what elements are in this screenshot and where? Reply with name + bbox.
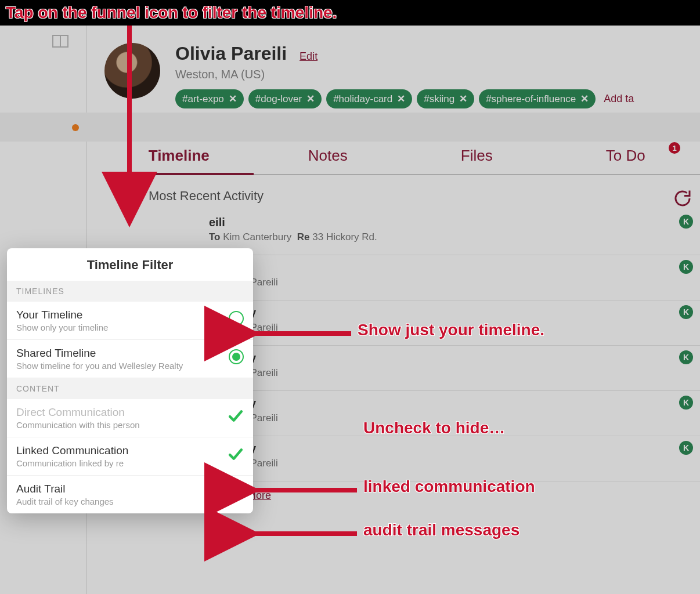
row-title: nterbury <box>209 352 700 365</box>
check-icon <box>228 410 244 422</box>
contact-location: Weston, MA (US) <box>175 68 634 81</box>
option-title: Shared Timeline <box>16 347 183 360</box>
funnel-icon[interactable] <box>121 188 138 204</box>
row-subtitle: To Olivia Pareili <box>209 277 700 288</box>
top-black-bar <box>0 0 700 26</box>
filter-option-your-timeline[interactable]: Your Timeline Show only your timeline <box>7 302 253 340</box>
option-desc: Show only your timeline <box>16 323 108 332</box>
timeline-list: eili To Kim Canterbury Re 33 Hickory Rd.… <box>209 210 700 502</box>
tab-files[interactable]: Files <box>402 141 551 174</box>
option-title: Linked Communication <box>16 444 128 457</box>
row-title: eili <box>209 216 700 229</box>
filter-option-direct-communication: Direct Communication Communication with … <box>7 399 253 437</box>
contact-header: Olivia Pareili Edit Weston, MA (US) #art… <box>104 43 700 108</box>
tab-todo-label: To Do <box>606 147 645 164</box>
row-title: erbury <box>209 261 700 274</box>
row-badge: K <box>679 396 693 410</box>
filter-label: Most Recent Activity <box>149 189 264 204</box>
refresh-icon[interactable] <box>672 188 693 209</box>
row-subtitle: To Olivia Pareili <box>209 458 700 469</box>
tag-remove-icon[interactable]: ✕ <box>459 93 467 105</box>
tag[interactable]: #art-expo✕ <box>175 89 244 108</box>
tag-remove-icon[interactable]: ✕ <box>229 93 237 105</box>
tag-label: #skiing <box>424 93 454 105</box>
layout-toggle-icon[interactable] <box>52 35 68 48</box>
row-subtitle: To Olivia Pareili <box>209 322 700 334</box>
radio-unselected-icon[interactable] <box>229 311 244 326</box>
tab-todo[interactable]: To Do 1 <box>551 141 701 174</box>
timeline-filter-popover: Timeline Filter TIMELINES Your Timeline … <box>7 248 253 513</box>
popover-title: Timeline Filter <box>7 248 253 281</box>
timeline-row[interactable]: erbury To Olivia Pareili K <box>209 255 700 300</box>
tab-bar: Timeline Notes Files To Do 1 <box>104 141 700 175</box>
option-title: Direct Communication <box>16 406 140 419</box>
filter-option-shared-timeline[interactable]: Shared Timeline Show timeline for you an… <box>7 340 253 378</box>
filter-option-audit-trail[interactable]: Audit Trail Audit trail of key changes <box>7 476 253 513</box>
row-badge: K <box>679 350 693 364</box>
option-title: Audit Trail <box>16 483 114 495</box>
add-tag-link[interactable]: Add ta <box>604 93 634 105</box>
tag[interactable]: #skiing✕ <box>417 89 474 108</box>
tag-label: #sphere-of-influence <box>486 93 576 105</box>
row-title: nterbury <box>209 306 700 320</box>
tag-label: #holiday-card <box>333 93 392 105</box>
tag-remove-icon[interactable]: ✕ <box>580 93 589 105</box>
timeline-row[interactable]: nterbury To Olivia Pareili K <box>209 391 700 436</box>
row-subtitle: To Kim Canterbury Re 33 Hickory Rd. <box>209 231 700 243</box>
tag-label: #dog-lover <box>255 93 302 105</box>
option-desc: Audit trail of key changes <box>16 497 114 506</box>
option-desc: Show timeline for you and Wellesley Real… <box>16 361 183 371</box>
edit-link[interactable]: Edit <box>300 50 317 63</box>
row-subtitle: To Olivia Pareili <box>209 412 700 424</box>
contact-name: Olivia Pareili <box>175 43 287 64</box>
timeline-row[interactable]: nterbury To Olivia Pareili K <box>209 436 700 481</box>
option-desc: Communication with this person <box>16 420 140 430</box>
check-icon[interactable] <box>228 448 244 461</box>
radio-selected-icon[interactable] <box>229 349 244 364</box>
tab-notes[interactable]: Notes <box>254 141 403 174</box>
sidebar-status-dot <box>72 124 79 131</box>
timeline-row[interactable]: nterbury To Olivia Pareili K <box>209 300 700 346</box>
row-title: nterbury <box>209 397 700 410</box>
row-title: nterbury <box>209 442 700 455</box>
tag[interactable]: #sphere-of-influence✕ <box>479 89 596 108</box>
tab-timeline[interactable]: Timeline <box>104 141 254 174</box>
filter-row: Most Recent Activity <box>121 188 700 204</box>
timeline-row[interactable]: nterbury To Olivia Pareili K <box>209 346 700 391</box>
row-badge: K <box>679 305 693 319</box>
tag[interactable]: #holiday-card✕ <box>326 89 412 108</box>
tag-list: #art-expo✕ #dog-lover✕ #holiday-card✕ #s… <box>175 89 634 108</box>
section-header-timelines: TIMELINES <box>7 281 253 302</box>
avatar[interactable] <box>104 43 160 99</box>
timeline-row[interactable]: eili To Kim Canterbury Re 33 Hickory Rd.… <box>209 210 700 255</box>
option-title: Your Timeline <box>16 309 108 321</box>
tag-label: #art-expo <box>182 93 224 105</box>
row-subtitle: To Olivia Pareili <box>209 367 700 379</box>
row-badge: K <box>679 215 693 229</box>
todo-badge: 1 <box>669 142 680 154</box>
tag-remove-icon[interactable]: ✕ <box>306 93 315 105</box>
section-header-content: CONTENT <box>7 378 253 399</box>
tag[interactable]: #dog-lover✕ <box>248 89 322 108</box>
filter-option-linked-communication[interactable]: Linked Communication Communication linke… <box>7 437 253 476</box>
row-badge: K <box>679 260 693 274</box>
check-icon[interactable] <box>228 486 244 499</box>
tag-remove-icon[interactable]: ✕ <box>397 93 405 105</box>
option-desc: Communication linked by re <box>16 458 128 468</box>
row-badge: K <box>679 441 693 455</box>
